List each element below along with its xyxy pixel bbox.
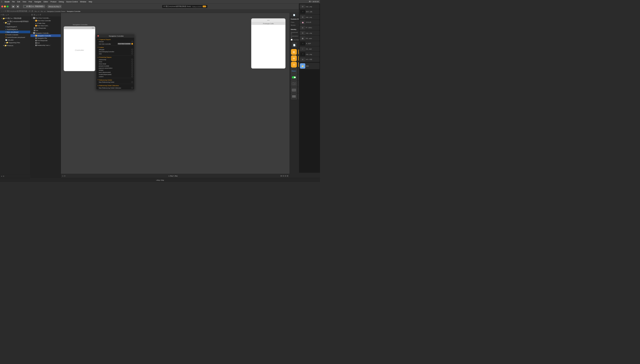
bc-forward-button[interactable]: › [3, 10, 4, 12]
run-button[interactable]: ▶ [11, 5, 15, 8]
canvas-icon-2[interactable]: ⊟ [283, 175, 284, 177]
nav-item-assets[interactable]: ⊞ Assets.xcassets [0, 33, 30, 36]
outline-item-navctrl[interactable]: ▼ N Navigation Controller [30, 34, 61, 37]
bc-item-4[interactable]: Ma...se [41, 10, 46, 12]
nav-item-appdelegate-h[interactable]: h AppDelegate.h [0, 25, 30, 28]
menu-editor[interactable]: Editor [43, 1, 48, 3]
stop-button[interactable]: ■ [16, 5, 20, 8]
ref-outlet-collections-header[interactable]: ▼ Referencing Outlet Collections [96, 85, 134, 87]
menu-help[interactable]: Help [88, 1, 92, 3]
outline-item-relationship[interactable]: → Relationship 'root v...' [30, 44, 61, 47]
nav-search[interactable]: ⌕ [4, 14, 5, 16]
insp-file-icon[interactable]: 📄 [293, 14, 295, 16]
nav-item-subgroup[interactable]: ▼ 📁 07-通过 storyboard使用导航控制器 [0, 20, 30, 25]
outline-tool-1[interactable]: ⊞ [31, 14, 33, 16]
nav-tool-5[interactable]: ↺ [7, 14, 9, 16]
menu-source-control[interactable]: Source Control [66, 1, 78, 3]
bc-item-5[interactable]: Navigation Controller Scene [47, 10, 65, 12]
thumb-item-7[interactable]: 🅺 KSI...aster [300, 36, 320, 41]
widget-placeholder3[interactable] [291, 87, 297, 93]
relationship-dot[interactable] [131, 59, 133, 60]
nav-tool-2[interactable]: ⊞ [2, 14, 4, 16]
thumb-item-5[interactable]: 🖼 07...(优化) [300, 25, 320, 30]
use-storyboard-checkbox[interactable] [291, 39, 293, 41]
nav-filter-button[interactable]: ⊙ [3, 175, 4, 177]
thumb-item-10[interactable]: 📱 snip....png [300, 52, 320, 57]
outline-item-rootvc[interactable]: ▼ VC Root View Controller [30, 19, 61, 22]
present-modally-dot[interactable] [131, 65, 133, 67]
canvas-add-button[interactable]: + [62, 175, 63, 177]
menu-xcode[interactable]: Xcode [5, 1, 10, 3]
bc-item-3[interactable]: Ma...rd [35, 10, 39, 12]
nav-tool-1[interactable]: ≡ [1, 14, 2, 16]
thumb-item-11[interactable]: 🖼 ios1...试题 [300, 57, 320, 62]
connection-popup[interactable]: Navigation Controller ▼ Triggered Segues… [96, 34, 135, 90]
outline-item-navctrl-group[interactable]: ▼ ⊞ Navigation Controlle.... [30, 32, 61, 34]
outline-item-first-responder-1[interactable]: R First Responder [30, 27, 61, 29]
widget-button[interactable]: Button [291, 68, 297, 74]
window-maximize-btn[interactable] [7, 6, 8, 7]
outline-tool-3[interactable]: △ [36, 14, 37, 16]
thumb-item-2[interactable]: 📱 第13...业集 [300, 9, 320, 14]
outline-item-exit-1[interactable]: X Exit [30, 29, 61, 32]
widget-icon-doc[interactable]: 📄 [292, 43, 297, 47]
widget-nav-controller[interactable]: ⊞ [291, 49, 297, 55]
widget-grid-view[interactable]: ⊞ [291, 55, 297, 61]
outline-tool-5[interactable]: ↺ [39, 14, 41, 16]
show-dot[interactable] [131, 61, 133, 63]
delegate-dot[interactable] [131, 49, 133, 50]
window-minimize-btn[interactable] [4, 6, 6, 7]
widget-camera[interactable]: ⊙ [291, 62, 297, 68]
nav-item-supporting[interactable]: ▶ 📁 Supporting Files [0, 41, 30, 44]
new-roc-dot[interactable] [131, 87, 133, 89]
menu-debug[interactable]: Debug [59, 1, 64, 3]
canvas-icon-4[interactable]: ⊞ [287, 175, 288, 177]
menu-file[interactable]: File [12, 1, 15, 3]
nav-item-main-storyboard[interactable]: ⊡ Main.storyboard [0, 31, 30, 33]
thumb-item-3[interactable]: 🖼 snip....png [300, 15, 320, 20]
outline-item-navbar[interactable]: Navigation Bar [30, 37, 61, 39]
outlets-header[interactable]: ▼ Outlets [96, 46, 134, 48]
nav-item-products[interactable]: ▶ 📁 Products [0, 44, 30, 47]
menu-edit[interactable]: Edit [17, 1, 20, 3]
canvas-icon-3[interactable]: ⊟ [285, 175, 286, 177]
widget-stepper[interactable]: -+ [291, 81, 297, 87]
widget-toggle[interactable] [291, 74, 297, 80]
nav-add-button[interactable]: + [1, 175, 2, 177]
size-class-selector[interactable]: w Any h Any [168, 175, 177, 177]
bc-item-2[interactable]: 07...器 [29, 10, 33, 12]
outline-item-rootvccontr[interactable]: ⊡ Root View Contr... [30, 25, 61, 27]
menu-product[interactable]: Product [50, 1, 56, 3]
manual-dot[interactable] [131, 41, 133, 42]
outline-item-rootvc-group[interactable]: ▼ ⊞ Root View Controller.... [30, 17, 61, 19]
outline-tool-4[interactable]: ▽ [38, 14, 39, 16]
nav-item-launchscreen[interactable]: ⊡ LaunchScreen.storyboard [0, 36, 30, 39]
thumb-item-desktop[interactable]: 📁 桌面 [300, 63, 320, 69]
show-detail-dot[interactable] [131, 63, 133, 65]
nav-item-root-group[interactable]: ▼ 📁 07-通过 st...导航控制器 [0, 17, 30, 20]
modal-dot[interactable] [131, 74, 133, 75]
scheme-selector[interactable]: 📱 07-通过 st...导航控制器 ▾ [23, 5, 45, 8]
menu-view[interactable]: View [23, 1, 26, 3]
nav-tool-4[interactable]: △ [6, 14, 7, 16]
device-selector[interactable]: iPhone 6s Plus ▾ [47, 5, 62, 8]
outline-item-exit-2[interactable]: X Exit [30, 42, 61, 44]
thumb-item-8[interactable]: 📱 未...配件 [300, 41, 320, 46]
popover-dot[interactable] [131, 67, 133, 69]
embed-dot[interactable] [131, 69, 133, 71]
presenting-segues-header[interactable]: ▼ Presenting Segues [96, 56, 134, 59]
ref-outlets-header[interactable]: ▼ Referencing Outlets [96, 79, 134, 81]
window-close-btn[interactable] [1, 6, 3, 7]
widget-placeholder7[interactable] [291, 94, 297, 99]
triggered-segues-header[interactable]: ▼ Triggered Segues [96, 38, 134, 41]
thumb-item-6[interactable]: 🖼 snip....png [300, 30, 320, 35]
storyboard-canvas[interactable]: Navigation Controller ●●● Controller [61, 13, 290, 178]
menu-window[interactable]: Window [80, 1, 86, 3]
new-ref-outlet-dot[interactable] [131, 81, 133, 83]
searchdisplay-dot[interactable] [131, 51, 133, 52]
nav-item-infoplist[interactable]: 📄 Info.plist [0, 39, 30, 41]
bc-item-1[interactable]: 07-通过 storyboard使用导航控制器 [5, 10, 27, 12]
rvc-scene[interactable]: ●●● Prototype Cells [251, 18, 286, 69]
canvas-icon-1[interactable]: ⊞ [281, 175, 282, 177]
thumb-item-4[interactable]: 🌸 车丹分享 [300, 20, 320, 25]
